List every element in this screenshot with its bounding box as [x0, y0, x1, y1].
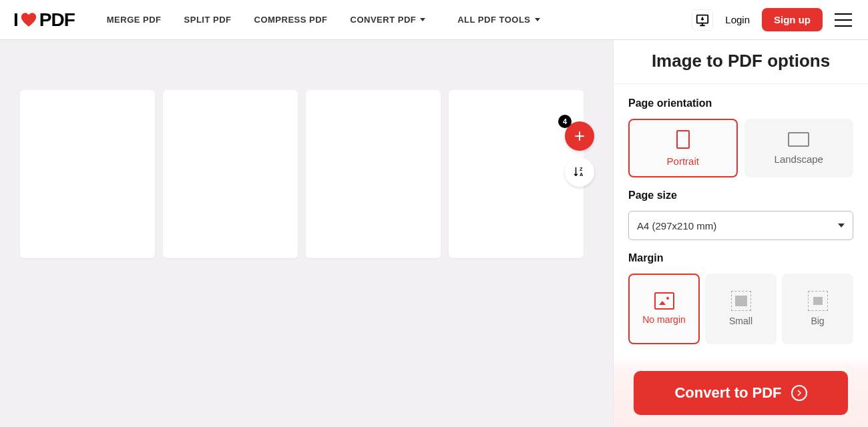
- page-thumbnail[interactable]: [20, 90, 155, 258]
- desktop-download-icon: [695, 13, 710, 27]
- convert-button[interactable]: Convert to PDF: [634, 371, 848, 415]
- page-thumbnail[interactable]: [163, 90, 298, 258]
- pagesize-select[interactable]: A4 (297x210 mm): [628, 211, 853, 240]
- page-thumbnail[interactable]: [306, 90, 441, 258]
- margin-big[interactable]: Big: [782, 274, 853, 344]
- orientation-portrait[interactable]: Portrait: [628, 119, 738, 177]
- logo-prefix: I: [13, 9, 18, 31]
- menu-button[interactable]: [835, 13, 852, 27]
- orientation-landscape[interactable]: Landscape: [744, 119, 854, 177]
- no-margin-icon: [654, 292, 674, 310]
- hamburger-line: [835, 25, 852, 27]
- pagesize-value: A4 (297x210 mm): [637, 220, 716, 232]
- add-file-button[interactable]: 4: [565, 121, 594, 151]
- login-link[interactable]: Login: [725, 14, 750, 25]
- chevron-down-icon: [420, 18, 425, 21]
- hamburger-line: [835, 13, 852, 15]
- nav-alltools[interactable]: ALL PDF TOOLS: [457, 15, 539, 25]
- plus-icon: [573, 129, 586, 143]
- sidebar-title: Image to PDF options: [614, 40, 868, 84]
- convert-wrapper: Convert to PDF: [614, 356, 868, 427]
- chevron-down-icon: [535, 18, 540, 21]
- header-right: Login Sign up: [692, 8, 852, 31]
- margin-row: No margin Small Big: [628, 274, 853, 344]
- margin-none[interactable]: No margin: [628, 274, 700, 344]
- pagesize-label: Page size: [628, 189, 853, 201]
- sidebar-body: Page orientation Portrait Landscape Page…: [614, 84, 868, 344]
- nav-convert[interactable]: CONVERT PDF: [351, 15, 426, 25]
- signup-button[interactable]: Sign up: [762, 8, 823, 31]
- orientation-landscape-label: Landscape: [775, 153, 823, 165]
- heart-icon: [19, 11, 38, 29]
- margin-small-label: Small: [729, 316, 752, 326]
- sort-za-icon: Z A: [572, 165, 587, 179]
- arrow-right-circle-icon: [791, 385, 807, 401]
- big-margin-icon: [808, 291, 828, 311]
- svg-text:A: A: [580, 171, 584, 177]
- sort-button[interactable]: Z A: [565, 157, 594, 187]
- download-desktop-button[interactable]: [692, 9, 713, 31]
- main-nav: MERGE PDF SPLIT PDF COMPRESS PDF CONVERT…: [107, 15, 540, 25]
- landscape-icon: [788, 132, 809, 147]
- logo-suffix: PDF: [39, 9, 75, 31]
- convert-button-label: Convert to PDF: [674, 384, 781, 402]
- app-header: I PDF MERGE PDF SPLIT PDF COMPRESS PDF C…: [0, 0, 868, 40]
- margin-big-label: Big: [811, 316, 824, 326]
- margin-none-label: No margin: [642, 315, 686, 325]
- file-count-badge: 4: [558, 115, 572, 128]
- hamburger-line: [835, 19, 852, 21]
- nav-merge[interactable]: MERGE PDF: [107, 15, 162, 25]
- margin-label: Margin: [628, 252, 853, 264]
- chevron-down-icon: [838, 224, 845, 228]
- small-margin-icon: [731, 291, 751, 311]
- fab-group: 4 Z A: [565, 121, 594, 187]
- options-sidebar: Image to PDF options Page orientation Po…: [613, 40, 868, 427]
- nav-compress[interactable]: COMPRESS PDF: [254, 15, 328, 25]
- main-layout: 4 Z A Image to PDF options Page orientat…: [0, 40, 868, 427]
- nav-split[interactable]: SPLIT PDF: [184, 15, 232, 25]
- orientation-row: Portrait Landscape: [628, 119, 853, 177]
- orientation-label: Page orientation: [628, 97, 853, 109]
- orientation-portrait-label: Portrait: [667, 155, 699, 167]
- logo[interactable]: I PDF: [13, 9, 75, 31]
- canvas-area[interactable]: 4 Z A: [0, 40, 613, 427]
- portrait-icon: [676, 130, 690, 149]
- margin-small[interactable]: Small: [705, 274, 777, 344]
